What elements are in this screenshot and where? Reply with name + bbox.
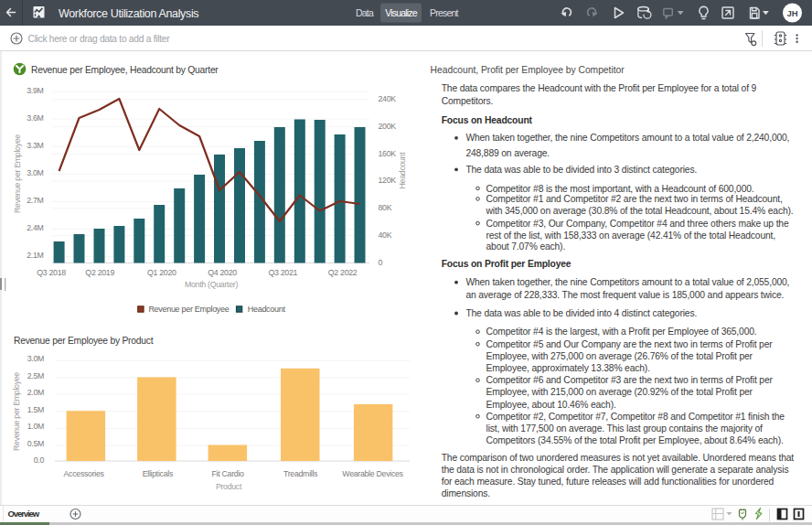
svg-text:Competitors.: Competitors. <box>442 96 494 106</box>
svg-text:The data was able to be divide: The data was able to be divided into 3 d… <box>465 165 697 175</box>
svg-text:Data: Data <box>356 7 374 18</box>
svg-text:When taken together, the nine: When taken together, the nine Competitor… <box>465 277 789 287</box>
svg-text:Employee, with 215,000 on aver: Employee, with 215,000 on average (20.92… <box>486 387 753 397</box>
svg-text:Employee, about 10.46% each).: Employee, about 10.46% each). <box>486 400 616 410</box>
svg-text:for each measure. Stay tuned,: for each measure. Stay tuned, future rel… <box>442 477 775 487</box>
svg-text:When taken together, the nine: When taken together, the nine Competitor… <box>465 133 789 143</box>
svg-text:Q4 2020: Q4 2020 <box>208 268 237 277</box>
svg-text:3.6M: 3.6M <box>27 113 43 123</box>
svg-text:about 7.07% each).: about 7.07% each). <box>486 241 566 252</box>
svg-text:The comparison of two unordere: The comparison of two unordered measures… <box>442 453 795 463</box>
svg-text:Click here or drag data to add: Click here or drag data to add a filter <box>28 34 171 44</box>
svg-text:Fit Cardio: Fit Cardio <box>212 469 245 478</box>
svg-text:0.5M: 0.5M <box>27 439 44 448</box>
svg-text:Revenue per Employee: Revenue per Employee <box>148 305 229 314</box>
svg-text:Accessories: Accessories <box>64 469 105 478</box>
svg-text:Product: Product <box>216 482 242 491</box>
svg-text:3.9M: 3.9M <box>27 86 43 95</box>
svg-text:Ellipticals: Ellipticals <box>143 469 174 478</box>
svg-text:an average of 228,333. The mos: an average of 228,333. The most frequent… <box>465 290 784 300</box>
svg-text:Present: Present <box>430 7 458 18</box>
svg-text:Q2 2019: Q2 2019 <box>85 268 114 277</box>
svg-text:Revenue per Employee: Revenue per Employee <box>13 134 22 213</box>
svg-text:2.1M: 2.1M <box>27 251 43 260</box>
svg-text:Q3 2021: Q3 2021 <box>268 268 297 277</box>
svg-text:3.0M: 3.0M <box>27 354 44 363</box>
svg-text:list, with 177,500 on average.: list, with 177,500 on average. This last… <box>486 423 764 434</box>
svg-text:Overview: Overview <box>8 509 40 519</box>
svg-text:Q2 2022: Q2 2022 <box>328 268 358 277</box>
svg-text:Revenue per Employee: Revenue per Employee <box>12 372 21 451</box>
svg-text:Competitor #4 is the largest,: Competitor #4 is the largest, with a Pro… <box>486 327 757 337</box>
svg-text:Revenue per Employee by Produc: Revenue per Employee by Product <box>14 336 154 346</box>
svg-text:Competitor #6 and Competitor #: Competitor #6 and Competitor #3 are the … <box>486 375 774 385</box>
svg-text:Q1 2020: Q1 2020 <box>147 268 176 277</box>
svg-text:Headcount, Profit per Employee: Headcount, Profit per Employee by Compet… <box>431 65 625 75</box>
svg-text:1.0M: 1.0M <box>27 422 44 431</box>
svg-text:2.5M: 2.5M <box>27 371 44 380</box>
svg-text:Employee, approximately 13.38%: Employee, approximately 13.38% each). <box>486 363 650 373</box>
svg-text:Competitors (34.55% of the tot: Competitors (34.55% of the total Profit … <box>486 435 784 445</box>
svg-text:Treadmills: Treadmills <box>283 469 318 478</box>
svg-text:the data is not in chronologic: the data is not in chronological order. … <box>442 465 789 475</box>
svg-text:40K: 40K <box>379 230 392 240</box>
svg-text:120K: 120K <box>379 176 397 185</box>
svg-text:160K: 160K <box>379 149 397 158</box>
svg-text:dimensions.: dimensions. <box>442 488 490 498</box>
svg-text:Visualize: Visualize <box>385 7 418 18</box>
svg-text:Competitor #8 is the most impo: Competitor #8 is the most important, wit… <box>486 184 754 194</box>
svg-text:240K: 240K <box>379 94 397 103</box>
svg-text:2.0M: 2.0M <box>27 388 44 397</box>
svg-text:rest of the list, with 158,333: rest of the list, with 158,333 on averag… <box>486 230 775 241</box>
svg-text:3.0M: 3.0M <box>27 168 43 177</box>
svg-text:Competitor #3, Our Company, Co: Competitor #3, Our Company, Competitor #… <box>486 219 789 229</box>
svg-text:3.3M: 3.3M <box>27 141 43 150</box>
svg-text:1.5M: 1.5M <box>27 405 44 414</box>
svg-text:Focus on Profit per Employee: Focus on Profit per Employee <box>442 259 572 269</box>
svg-text:The data was able to be divide: The data was able to be divided into 4 d… <box>465 308 697 318</box>
svg-text:0: 0 <box>379 258 383 267</box>
svg-text:Competitor #1 and Competitor #: Competitor #1 and Competitor #2 are the … <box>486 194 783 204</box>
svg-text:Competitor #2, Competitor #7,: Competitor #2, Competitor #7, Competitor… <box>486 412 785 422</box>
svg-text:Employee, with 275,000 on aver: Employee, with 275,000 on average (26.76… <box>486 351 753 361</box>
svg-text:248,889 on average.: 248,889 on average. <box>465 148 550 158</box>
svg-text:Workforce Utilization Analysis: Workforce Utilization Analysis <box>59 7 198 20</box>
svg-text:200K: 200K <box>379 122 397 131</box>
svg-text:Wearable Devices: Wearable Devices <box>342 469 403 478</box>
svg-text:Revenue per Employee, Headcoun: Revenue per Employee, Headcount by Quart… <box>31 65 219 75</box>
svg-text:Headcount: Headcount <box>248 305 286 314</box>
svg-text:Headcount: Headcount <box>398 152 407 189</box>
svg-text:with 345,000 on average (30.8%: with 345,000 on average (30.8% of the to… <box>486 206 794 216</box>
svg-text:2.4M: 2.4M <box>27 223 43 232</box>
svg-text:JH: JH <box>786 8 797 18</box>
svg-text:Focus on Headcount: Focus on Headcount <box>442 115 533 125</box>
svg-text:80K: 80K <box>379 203 392 212</box>
svg-text:0.0: 0.0 <box>34 455 45 465</box>
svg-text:Month (Quarter): Month (Quarter) <box>185 280 238 289</box>
svg-text:2.7M: 2.7M <box>27 196 43 205</box>
svg-text:Q3 2018: Q3 2018 <box>37 268 66 277</box>
svg-text:Competitor #5 and Our Company: Competitor #5 and Our Company are the ne… <box>486 339 774 349</box>
svg-text:The data compares the Headcoun: The data compares the Headcount with the… <box>442 83 757 93</box>
